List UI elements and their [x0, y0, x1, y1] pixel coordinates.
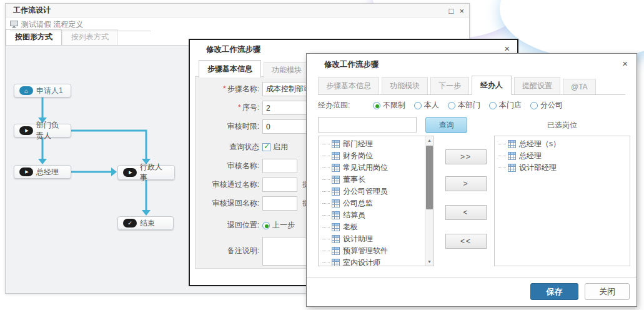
pass-name-input[interactable]	[262, 178, 297, 192]
tab-next-step[interactable]: 下一步	[430, 77, 469, 94]
return-pos-label: 退回位置:	[196, 220, 259, 231]
maximize-icon[interactable]: □	[449, 7, 454, 15]
flow-node-end[interactable]: ✓ 结束	[117, 216, 174, 230]
flow-node-general-manager[interactable]: ▶ 总经理	[14, 165, 71, 179]
scope-option-unlimited[interactable]: 不限制	[373, 100, 405, 111]
table-icon	[332, 247, 340, 255]
list-scrollbar[interactable]: ▲ ▼	[425, 136, 433, 266]
list-item[interactable]: 设计助理	[319, 233, 425, 245]
toolbar-underline	[10, 31, 151, 31]
selected-positions-header: 已选岗位	[494, 120, 630, 131]
move-right-button[interactable]: >	[445, 176, 487, 191]
dialog-title: 修改工作流步骤	[324, 59, 379, 70]
close-button[interactable]: 关闭	[585, 283, 630, 300]
radio-icon[interactable]	[448, 102, 455, 109]
tab-basic-info[interactable]: 步骤基本信息	[199, 60, 261, 78]
list-item[interactable]: 预算管理软件	[319, 245, 425, 257]
radio-icon[interactable]	[373, 102, 380, 109]
scroll-up-icon[interactable]: ▲	[425, 136, 433, 144]
scope-option-self[interactable]: 本人	[414, 100, 439, 111]
dialog-title: 修改工作流步骤	[206, 44, 261, 55]
list-item[interactable]: 总经理（s）	[495, 138, 630, 150]
close-icon[interactable]: ×	[504, 44, 510, 53]
flow-node-admin-hr[interactable]: ▶ 行政人事	[117, 165, 175, 180]
scope-option-store[interactable]: 本门店	[489, 100, 522, 111]
tab-function-module[interactable]: 功能模块	[382, 77, 428, 94]
process-name-label: 测试请假 流程定义	[21, 19, 83, 30]
list-item[interactable]: 董事长	[319, 174, 425, 186]
table-icon	[332, 211, 340, 219]
tab-at-ta[interactable]: @TA	[563, 79, 596, 94]
flow-node-label: 总经理	[36, 167, 59, 178]
footer-divider	[307, 278, 637, 278]
table-icon	[332, 259, 340, 266]
return-name-label: 审核退回名称:	[196, 198, 259, 209]
search-input[interactable]	[318, 117, 417, 132]
move-all-right-button[interactable]: >>	[445, 149, 487, 164]
handler-scope-row: 经办范围: 不限制 本人 本部门 本门店 分公司	[318, 100, 572, 111]
radio-icon[interactable]	[530, 102, 538, 109]
scroll-down-icon[interactable]: ▼	[425, 258, 433, 266]
tab-reminder-settings[interactable]: 提醒设置	[514, 77, 560, 94]
list-item[interactable]: 室内设计师	[319, 257, 425, 266]
tab-list-mode[interactable]: 按列表方式	[62, 29, 118, 45]
tab-basic-info[interactable]: 步骤基本信息	[318, 77, 379, 94]
required-asterisk: *	[238, 103, 241, 112]
selected-positions-list[interactable]: 总经理（s） 总经理 设计部经理	[494, 136, 630, 266]
query-button[interactable]: 查询	[425, 117, 467, 133]
flow-node-applicant[interactable]: ⌂ 申请人1	[14, 84, 71, 98]
seq-label: *序号:	[196, 102, 259, 113]
table-icon	[332, 235, 340, 243]
table-icon	[332, 164, 340, 172]
play-icon: ▶	[123, 168, 137, 177]
list-item[interactable]: 设计部经理	[495, 162, 630, 174]
step-name-label: *步骤名称:	[196, 84, 259, 94]
list-item[interactable]: 分公司管理员	[319, 186, 425, 198]
enabled-checkbox[interactable]	[262, 143, 270, 151]
list-item[interactable]: 财务岗位	[319, 150, 425, 162]
flow-node-dept-head[interactable]: ▶ 部门负责人	[14, 124, 71, 138]
table-icon	[332, 176, 340, 184]
scope-option-branch[interactable]: 分公司	[530, 100, 563, 111]
move-all-left-button[interactable]: <<	[445, 234, 487, 249]
prev-step-radio[interactable]	[262, 222, 270, 229]
scrollbar-thumb[interactable]	[426, 146, 433, 209]
pass-name-label: 审核通过名称:	[196, 179, 259, 190]
cloud-shape	[500, 0, 644, 59]
tab-function-module[interactable]: 功能模块	[264, 62, 310, 78]
list-item[interactable]: 总经理	[495, 150, 630, 162]
table-icon	[332, 152, 340, 160]
table-icon	[508, 152, 516, 160]
step-dialog-tabs: 步骤基本信息 功能模块 下一步 经办人 提醒设置 @TA	[318, 78, 625, 95]
play-icon: ▶	[19, 126, 33, 135]
scope-option-department[interactable]: 本部门	[448, 100, 480, 111]
list-item[interactable]: 公司总监	[319, 198, 425, 209]
window-title: 工作流设计	[6, 5, 51, 16]
table-icon	[508, 140, 516, 148]
tab-graphic-mode[interactable]: 按图形方式	[6, 29, 62, 45]
table-icon	[332, 199, 340, 208]
tab-handler[interactable]: 经办人	[472, 76, 512, 95]
audit-name-label: 审核名称:	[196, 161, 259, 171]
flow-node-label: 部门负责人	[36, 120, 66, 141]
prev-step-label: 上一步	[272, 220, 295, 231]
edit-step-dialog: 修改工作流步骤 × 步骤基本信息 功能模块 下一步 经办人 提醒设置 @TA 经…	[306, 53, 637, 307]
table-icon	[332, 223, 340, 231]
required-asterisk: *	[223, 84, 226, 93]
move-left-button[interactable]: <	[445, 205, 487, 220]
close-icon[interactable]: ×	[459, 7, 464, 15]
return-name-input[interactable]	[262, 196, 297, 211]
audit-name-input[interactable]	[262, 159, 297, 173]
table-icon	[332, 188, 340, 196]
list-item[interactable]: 老板	[319, 221, 425, 233]
list-item[interactable]: 常见试用岗位	[319, 162, 425, 174]
radio-icon[interactable]	[489, 102, 497, 109]
radio-icon[interactable]	[414, 102, 422, 109]
available-positions-list[interactable]: 部门经理 财务岗位 常见试用岗位 董事长 分公司管理员 公司总监 结算员 老板 …	[318, 136, 434, 266]
list-item[interactable]: 部门经理	[319, 138, 425, 150]
enabled-label: 启用	[273, 142, 288, 152]
save-button[interactable]: 保存	[530, 283, 578, 300]
query-state-label: 查询状态	[196, 142, 259, 152]
list-item[interactable]: 结算员	[319, 209, 425, 221]
close-icon[interactable]: ×	[622, 59, 628, 68]
